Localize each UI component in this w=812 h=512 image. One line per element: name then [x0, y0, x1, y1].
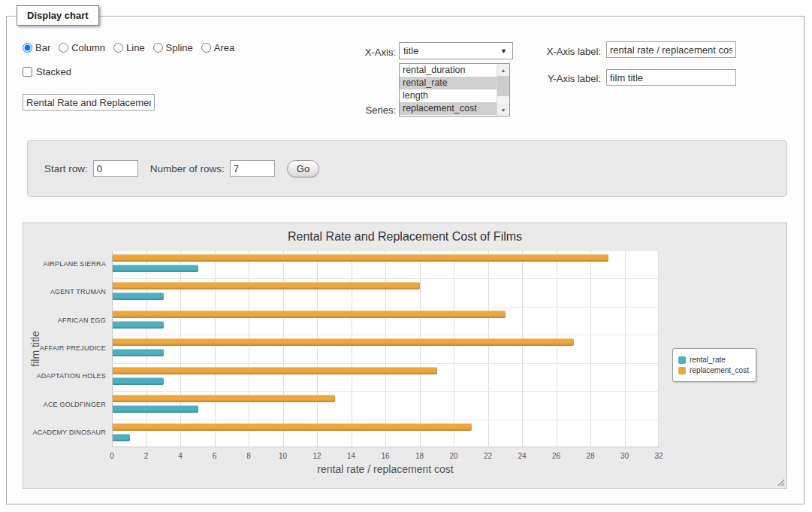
x-tick-label: 14	[337, 452, 367, 460]
x-tick-label: 12	[302, 452, 332, 460]
legend-swatch	[678, 367, 686, 374]
x-tick-label: 10	[268, 452, 298, 460]
legend-series-name: replacement_cost	[690, 366, 749, 374]
x-tick-label: 30	[610, 452, 640, 460]
scrollbar-thumb[interactable]	[497, 76, 509, 96]
category-label: AFRICAN EGG	[26, 317, 106, 324]
chart-type-radio-bar[interactable]	[23, 43, 32, 53]
bar-rental_rate	[113, 321, 164, 329]
bar-replacement_cost	[113, 367, 437, 374]
stacked-checkbox[interactable]	[23, 67, 32, 77]
bar-replacement_cost	[113, 395, 335, 402]
bar-rental_rate	[113, 377, 164, 385]
panel-legend: Display chart	[17, 5, 99, 26]
bar-rental_rate	[113, 434, 130, 441]
bar-replacement_cost	[113, 311, 506, 318]
x-tick-label: 18	[405, 452, 435, 460]
stacked-checkbox-row[interactable]: Stacked	[23, 66, 71, 77]
chart-type-option-spline[interactable]: Spline	[153, 42, 193, 53]
chart-title-input[interactable]	[23, 94, 155, 111]
start-row-label: Start row:	[44, 163, 88, 174]
gridline	[112, 447, 659, 447]
gridline	[488, 250, 489, 447]
start-row-input[interactable]	[93, 160, 138, 177]
chart-type-radio-spline[interactable]	[153, 43, 163, 53]
bar-rental_rate	[113, 292, 164, 300]
x-axis-select[interactable]: title ▼	[399, 42, 513, 59]
x-tick-label: 26	[542, 452, 572, 460]
category-label: ADAPTATION HOLES	[26, 372, 106, 380]
gridline	[249, 250, 249, 447]
series-options: rental_durationrental_ratelengthreplacem…	[400, 64, 497, 116]
series-label: Series:	[331, 105, 396, 116]
gridline	[557, 250, 557, 447]
chart-type-radio-line[interactable]	[113, 43, 123, 53]
y-axis-label-input[interactable]	[606, 69, 736, 86]
series-option-length[interactable]: length	[400, 89, 497, 102]
gridline	[454, 250, 454, 447]
radio-label: Bar	[35, 42, 50, 53]
radio-label: Spline	[166, 42, 193, 53]
gridline	[112, 307, 659, 308]
bar-rental_rate	[113, 265, 198, 272]
chart-type-radio-column[interactable]	[59, 43, 68, 53]
gridline	[112, 278, 659, 279]
resize-handle-icon[interactable]	[776, 477, 785, 486]
gridline	[352, 250, 352, 447]
dropdown-arrow-icon: ▼	[500, 47, 509, 55]
series-option-rental_duration[interactable]: rental_duration	[400, 64, 497, 77]
bar-replacement_cost	[113, 282, 420, 289]
scroll-down-icon[interactable]: ▼	[497, 104, 509, 116]
series-option-replacement_cost[interactable]: replacement_cost	[400, 102, 497, 115]
y-axis-label-label: Y-Axis label:	[526, 73, 601, 84]
chart-type-radio-area[interactable]	[201, 43, 211, 53]
number-of-rows-label: Number of rows:	[150, 163, 225, 174]
chart-type-option-line[interactable]: Line	[113, 42, 145, 53]
category-label: AIRPLANE SIERRA	[26, 260, 106, 268]
legend-item-rental_rate[interactable]: rental_rate	[678, 356, 749, 364]
x-tick-label: 2	[131, 452, 161, 460]
chart-type-option-area[interactable]: Area	[201, 42, 234, 53]
category-label: AFFAIR PREJUDICE	[26, 344, 106, 352]
legend-series-name: rental_rate	[690, 356, 726, 364]
x-axis-title: rental rate / replacement cost	[112, 463, 659, 475]
gridline	[215, 250, 216, 447]
x-tick-label: 20	[439, 452, 469, 460]
x-tick-label: 4	[165, 452, 195, 460]
gridline	[522, 250, 523, 447]
row-controls-panel: Start row: Number of rows: Go	[27, 140, 787, 197]
gridline	[112, 250, 659, 251]
x-tick-label: 28	[575, 452, 605, 460]
gridline	[658, 250, 659, 447]
gridline	[180, 250, 181, 447]
page: Display chart BarColumnLineSplineArea St…	[0, 0, 812, 512]
stacked-label: Stacked	[36, 66, 71, 77]
chart-type-option-bar[interactable]: Bar	[23, 42, 50, 53]
bar-rental_rate	[113, 405, 198, 413]
x-tick-label: 0	[97, 452, 127, 460]
bar-replacement_cost	[113, 423, 472, 431]
x-tick-label: 16	[370, 452, 400, 460]
go-button[interactable]: Go	[287, 160, 319, 177]
series-option-rental_rate[interactable]: rental_rate	[400, 77, 497, 89]
gridline	[590, 250, 591, 447]
listbox-scrollbar[interactable]: ▲ ▼	[497, 64, 509, 116]
gridline	[112, 420, 659, 420]
chart-plot-area	[112, 250, 659, 447]
scroll-up-icon[interactable]: ▲	[497, 64, 509, 76]
legend-item-replacement_cost[interactable]: replacement_cost	[678, 366, 749, 374]
x-axis-label: X-Axis:	[331, 47, 396, 58]
series-listbox[interactable]: rental_durationrental_ratelengthreplacem…	[399, 63, 510, 117]
chart-type-radio-group: BarColumnLineSplineArea	[23, 42, 243, 53]
chart-type-option-column[interactable]: Column	[59, 42, 105, 53]
category-label: ACE GOLDFINGER	[26, 401, 106, 408]
x-axis-label-input[interactable]	[606, 41, 736, 58]
x-tick-label: 24	[507, 452, 537, 460]
gridline	[283, 250, 284, 447]
radio-label: Column	[71, 42, 105, 53]
gridline	[112, 335, 659, 335]
gridline	[385, 250, 386, 447]
number-of-rows-input[interactable]	[230, 160, 275, 177]
x-tick-label: 32	[644, 452, 674, 460]
x-axis-label-label: X-Axis label:	[526, 46, 601, 57]
